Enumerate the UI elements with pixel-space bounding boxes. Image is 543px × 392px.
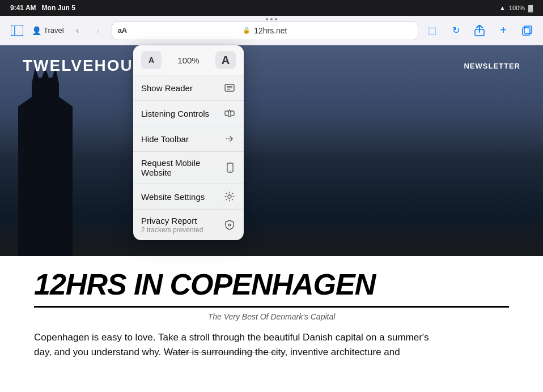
lock-icon: 🔒 bbox=[243, 27, 251, 34]
status-time: 9:41 AM bbox=[10, 4, 36, 12]
hide-toolbar-icon bbox=[223, 133, 236, 145]
tabs-button[interactable] bbox=[518, 22, 536, 40]
mobile-icon bbox=[224, 161, 236, 174]
user-icon: 👤 bbox=[32, 26, 41, 35]
article-body-strikethrough: Water is surrounding the city bbox=[164, 347, 285, 357]
article-body-line2-end: , inventive architecture and bbox=[285, 347, 400, 357]
settings-icon bbox=[223, 190, 236, 203]
add-tab-button[interactable]: + bbox=[494, 22, 512, 40]
tab-label: 👤 Travel bbox=[32, 26, 64, 35]
wifi-icon: ▲ bbox=[499, 5, 506, 11]
svg-point-16 bbox=[230, 171, 231, 172]
menu-item-text-hide-toolbar: Hide Toolbar bbox=[141, 134, 189, 144]
menu-item-privacy-report[interactable]: Privacy Report 2 trackers prevented bbox=[133, 210, 244, 240]
font-decrease-button[interactable]: A bbox=[141, 51, 162, 69]
camera-scan-button[interactable]: ⬚ bbox=[423, 22, 441, 40]
address-aa[interactable]: aA bbox=[118, 26, 128, 35]
menu-item-text-listening: Listening Controls bbox=[141, 109, 209, 118]
menu-item-show-reader[interactable]: Show Reader bbox=[133, 75, 244, 101]
forward-button[interactable]: › bbox=[89, 22, 107, 40]
svg-rect-10 bbox=[231, 111, 234, 116]
font-size-controls: A 100% A bbox=[133, 45, 244, 75]
menu-item-hide-toolbar[interactable]: Hide Toolbar bbox=[133, 126, 244, 152]
sidebar-button[interactable] bbox=[7, 22, 27, 40]
svg-rect-0 bbox=[11, 25, 23, 36]
share-button[interactable] bbox=[470, 22, 489, 40]
article-title: 12HRS IN COPENHAGEN bbox=[34, 270, 509, 299]
menu-item-listening-controls[interactable]: Listening Controls bbox=[133, 101, 244, 126]
reload-button[interactable]: ↻ bbox=[447, 22, 465, 40]
font-increase-button[interactable]: A bbox=[215, 51, 236, 69]
privacy-icon bbox=[223, 219, 236, 231]
font-percent: 100% bbox=[177, 56, 199, 65]
menu-item-text-show-reader: Show Reader bbox=[141, 83, 193, 93]
status-bar: 9:41 AM Mon Jun 5 ▲ 100% ▓ bbox=[0, 0, 543, 16]
status-day: Mon Jun 5 bbox=[42, 4, 75, 12]
article-body-line2-start: day, and you understand why. bbox=[34, 347, 164, 357]
dropdown-menu: A 100% A Show Reader Listening Controls bbox=[133, 45, 244, 240]
toolbar: 👤 Travel ‹ › aA 🔒 12hrs.net ⬚ ↻ + bbox=[0, 16, 543, 45]
status-left: 9:41 AM Mon Jun 5 bbox=[10, 4, 75, 12]
status-right: ▲ 100% ▓ bbox=[499, 5, 533, 11]
article-body: Copenhagen is easy to love. Take a strol… bbox=[34, 330, 509, 359]
address-url: 12hrs.net bbox=[254, 26, 287, 35]
website-header: TWELVEHOURS NEWSLETTER bbox=[0, 57, 543, 75]
forward-icon: › bbox=[96, 25, 99, 36]
svg-point-17 bbox=[228, 195, 231, 198]
dot-2 bbox=[270, 18, 273, 20]
page-background bbox=[0, 45, 543, 261]
menu-item-website-settings[interactable]: Website Settings bbox=[133, 184, 244, 210]
dot-1 bbox=[266, 18, 268, 20]
listening-icon bbox=[223, 107, 236, 120]
menu-item-text-mobile: Request Mobile Website bbox=[141, 158, 224, 177]
dot-3 bbox=[275, 18, 277, 20]
nav-buttons: ‹ › bbox=[69, 22, 107, 40]
address-bar[interactable]: aA 🔒 12hrs.net bbox=[112, 21, 418, 40]
svg-rect-9 bbox=[225, 111, 228, 116]
menu-item-request-mobile[interactable]: Request Mobile Website bbox=[133, 152, 244, 184]
menu-item-text-privacy: Privacy Report 2 trackers prevented bbox=[141, 216, 203, 234]
toolbar-actions: ⬚ ↻ + bbox=[423, 22, 536, 40]
toolbar-dots bbox=[266, 18, 277, 20]
article-subtitle: The Very Best Of Denmark's Capital bbox=[34, 312, 509, 321]
menu-item-text-settings: Website Settings bbox=[141, 192, 205, 202]
back-icon: ‹ bbox=[76, 25, 79, 36]
article-area: 12HRS IN COPENHAGEN The Very Best Of Den… bbox=[0, 256, 543, 392]
site-nav: NEWSLETTER bbox=[464, 62, 520, 70]
svg-rect-3 bbox=[523, 28, 530, 35]
battery-percent: 100% bbox=[509, 5, 525, 11]
article-body-line1: Copenhagen is easy to love. Take a strol… bbox=[34, 332, 429, 343]
article-divider bbox=[34, 306, 509, 308]
back-button[interactable]: ‹ bbox=[69, 22, 87, 40]
reader-icon bbox=[223, 82, 236, 94]
battery-icon: ▓ bbox=[528, 5, 533, 11]
tab-name: Travel bbox=[44, 26, 64, 35]
svg-rect-4 bbox=[524, 26, 532, 33]
